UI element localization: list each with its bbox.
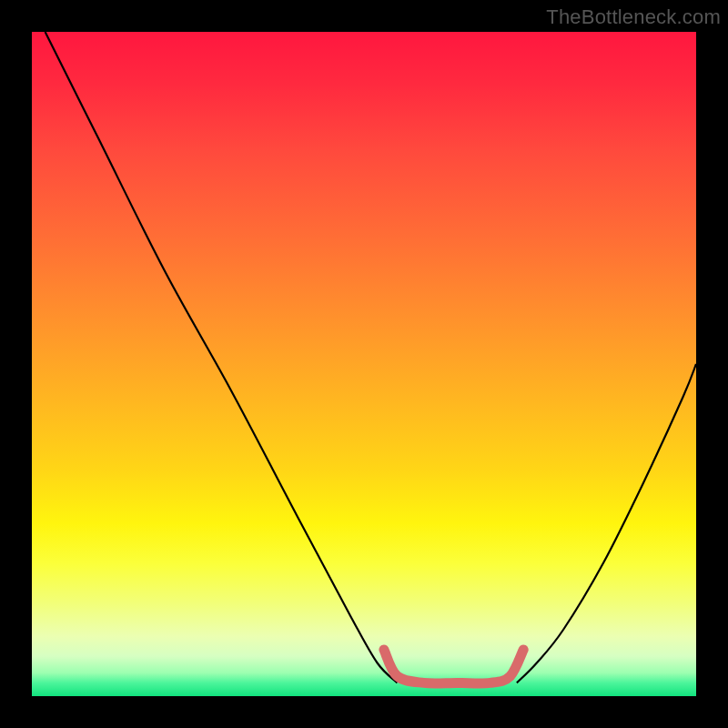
series-right-ascending-curve — [517, 364, 696, 682]
plot-area — [32, 32, 696, 696]
series-bottom-valley-marker — [384, 650, 523, 683]
series-left-descending-curve — [46, 32, 398, 682]
chart-frame: TheBottleneck.com — [0, 0, 728, 728]
curve-svg — [32, 32, 696, 696]
watermark-text: TheBottleneck.com — [546, 5, 721, 29]
